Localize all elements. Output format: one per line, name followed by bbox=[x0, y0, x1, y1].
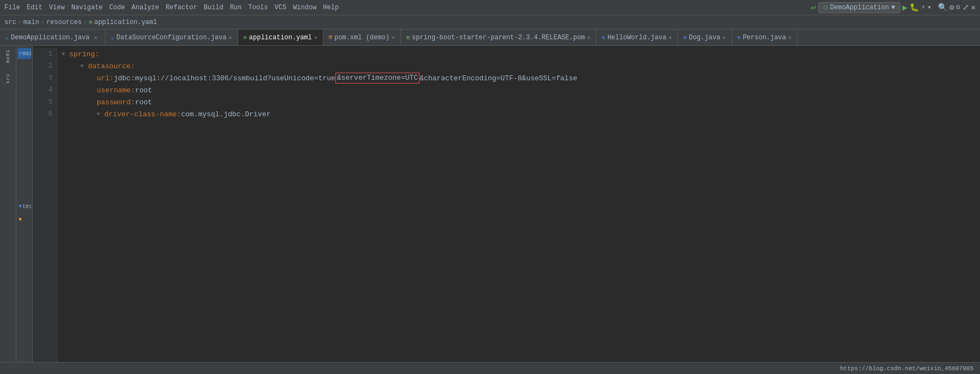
tree-item-more[interactable]: ▼ bbox=[17, 214, 31, 225]
restore-icon[interactable]: ⤢ bbox=[963, 3, 969, 12]
tab-datasource-config[interactable]: ☕ DataSourceConfiguration.java ✕ bbox=[105, 29, 238, 45]
breadcrumb-sep3: › bbox=[84, 19, 87, 26]
tab-close-icon4[interactable]: ✕ bbox=[392, 34, 395, 41]
status-url: https://blog.csdn.net/weixin_45607985 bbox=[840, 365, 973, 372]
folder-main-icon: ▼ bbox=[19, 51, 22, 57]
sidebar-project-item[interactable]: mo01 bbox=[5, 49, 11, 63]
sidebar-src-label[interactable]: src bbox=[5, 73, 11, 84]
breadcrumb-file-icon: ⊕ bbox=[89, 19, 93, 26]
top-toolbar: File Edit View Navigate Code Analyze Ref… bbox=[0, 0, 980, 15]
menu-analyze[interactable]: Analyze bbox=[132, 4, 159, 11]
tab-yaml-icon: ⊕ bbox=[244, 34, 247, 41]
line-numbers: 1 2 3 4 5 6 bbox=[33, 48, 57, 362]
line-num-2: 2 bbox=[35, 60, 52, 72]
breadcrumb: src › main › resources › ⊕ application.y… bbox=[0, 15, 980, 29]
tab-dog[interactable]: ⊕ Dog.java ✕ bbox=[678, 29, 732, 45]
fold-icon-2[interactable]: ▼ bbox=[80, 63, 88, 69]
breadcrumb-resources[interactable]: resources bbox=[46, 19, 82, 26]
code-line-5: password: root bbox=[62, 96, 976, 108]
tab-close-icon6[interactable]: ✕ bbox=[669, 34, 672, 41]
menu-tools[interactable]: Tools bbox=[249, 4, 268, 11]
code-editor: 1 2 3 4 5 6 ▼ spring: ▼ datasource: bbox=[33, 46, 980, 362]
tab-close-icon8[interactable]: ✕ bbox=[788, 34, 792, 41]
tab-label7: Person.java bbox=[743, 34, 786, 41]
code-driver-value: com.mysql.jdbc.Driver bbox=[181, 110, 270, 118]
tab-xml-icon: m bbox=[329, 34, 332, 40]
tab-close-icon3[interactable]: ✕ bbox=[314, 34, 317, 41]
code-spring-key: spring: bbox=[69, 50, 99, 58]
code-password-key: password: bbox=[97, 98, 135, 106]
tab-close-icon2[interactable]: ✕ bbox=[229, 34, 232, 41]
run-config-label: DemoApplication bbox=[830, 4, 889, 11]
sidebar-src-item[interactable]: src bbox=[5, 73, 11, 84]
code-datasource-key: datasource: bbox=[88, 62, 135, 70]
settings-icon[interactable]: ⚙ bbox=[949, 3, 954, 12]
code-password-value: root bbox=[135, 98, 152, 106]
code-url-key: url: bbox=[97, 74, 114, 82]
menu-navigate[interactable]: Navigate bbox=[71, 4, 103, 11]
code-username-key: username: bbox=[97, 86, 135, 94]
project-tree: ▼ mai ▼ tes ▼ bbox=[16, 46, 33, 362]
tab-java-icon: ☕ bbox=[5, 34, 9, 41]
breadcrumb-file[interactable]: application.yaml bbox=[94, 19, 157, 26]
code-url-value-after: &characterEncoding=UTF-8&useSSL=false bbox=[420, 74, 577, 82]
navigate-back-icon[interactable]: ↩ bbox=[811, 2, 816, 13]
folder-main-label: mai bbox=[22, 51, 31, 57]
search-everywhere-icon[interactable]: 🔍 bbox=[938, 3, 947, 12]
run-button[interactable]: ▶ bbox=[902, 2, 908, 13]
tab-application-yaml[interactable]: ⊕ application.yaml ✕ bbox=[238, 29, 323, 45]
menu-run[interactable]: Run bbox=[230, 4, 242, 11]
tab-label3: pom.xml (demo) bbox=[334, 34, 389, 41]
menu-help[interactable]: Help bbox=[323, 4, 339, 11]
code-username-value: root bbox=[135, 86, 152, 94]
run-more-dropdown[interactable]: ▾ bbox=[928, 3, 931, 11]
fold-icon-6[interactable]: ▼ bbox=[97, 111, 104, 117]
run-config-dropdown-icon: ▼ bbox=[892, 4, 895, 11]
tab-label4: spring-boot-starter-parent-2.3.4.RELEASE… bbox=[412, 34, 585, 41]
tab-label5: HelloWorld.java bbox=[607, 34, 666, 41]
folder-test-icon: ▼ bbox=[19, 204, 22, 210]
tree-item-main[interactable]: ▼ mai bbox=[17, 48, 31, 59]
breadcrumb-sep1: › bbox=[18, 19, 22, 26]
tab-pom-xml[interactable]: m pom.xml (demo) ✕ bbox=[323, 29, 401, 45]
tab-label2: DataSourceConfiguration.java bbox=[116, 34, 227, 41]
tree-item-test[interactable]: ▼ tes bbox=[17, 201, 31, 212]
menu-vcs[interactable]: VCS bbox=[275, 4, 287, 11]
menu-view[interactable]: View bbox=[49, 4, 65, 11]
line-num-5: 5 bbox=[35, 96, 52, 108]
fold-icon-1[interactable]: ▼ bbox=[62, 51, 69, 57]
code-driver-key: driver-class-name: bbox=[104, 110, 181, 118]
tab-person[interactable]: ⊕ Person.java ✕ bbox=[732, 29, 798, 45]
window-icon[interactable]: ⊡ bbox=[956, 3, 960, 11]
tab-demo-application[interactable]: ☕ DemoApplication.java ✕ bbox=[0, 29, 105, 45]
tab-close-icon[interactable]: ✕ bbox=[92, 34, 99, 41]
code-line-6: ▼ driver-class-name: com.mysql.jdbc.Driv… bbox=[62, 108, 976, 120]
menu-edit[interactable]: Edit bbox=[27, 4, 43, 11]
menu-refactor[interactable]: Refactor bbox=[166, 4, 197, 11]
tab-close-icon5[interactable]: ✕ bbox=[587, 34, 591, 41]
sidebar-project-label[interactable]: mo01 bbox=[5, 49, 11, 63]
run-config-dropdown[interactable]: ⬡ DemoApplication ▼ bbox=[818, 2, 900, 13]
menu-window[interactable]: Window bbox=[293, 4, 316, 11]
menu-file[interactable]: File bbox=[4, 4, 20, 11]
tab-close-icon7[interactable]: ✕ bbox=[723, 34, 726, 41]
close-window-icon[interactable]: ✕ bbox=[971, 3, 976, 12]
tab-spring-parent[interactable]: ⊞ spring-boot-starter-parent-2.3.4.RELEA… bbox=[401, 29, 597, 45]
debug-button[interactable]: 🐛 bbox=[910, 3, 919, 12]
left-sidebar: mo01 src bbox=[0, 46, 16, 362]
line-num-6: 6 bbox=[35, 108, 52, 120]
menu-build[interactable]: Build bbox=[204, 4, 223, 11]
main-area: mo01 src ▼ mai ▼ tes ▼ 1 2 3 4 5 6 bbox=[0, 46, 980, 362]
tab-label: DemoApplication.java bbox=[11, 34, 90, 41]
tab-bar: ☕ DemoApplication.java ✕ ☕ DataSourceCon… bbox=[0, 29, 980, 46]
tab-hello-world[interactable]: ⊕ HelloWorld.java ✕ bbox=[597, 29, 678, 45]
tab-java-icon5: ⊕ bbox=[737, 34, 741, 41]
line-num-1: 1 bbox=[35, 48, 52, 60]
breadcrumb-src[interactable]: src bbox=[4, 19, 16, 26]
breadcrumb-sep2: › bbox=[41, 19, 45, 26]
code-line-3: url: jdbc:mysql://localhost:3306/ssmbuil… bbox=[62, 72, 976, 84]
menu-code[interactable]: Code bbox=[109, 4, 125, 11]
profile-button[interactable]: ⚡ bbox=[921, 3, 925, 11]
breadcrumb-main[interactable]: main bbox=[23, 19, 39, 26]
code-line-1: ▼ spring: bbox=[62, 48, 976, 60]
